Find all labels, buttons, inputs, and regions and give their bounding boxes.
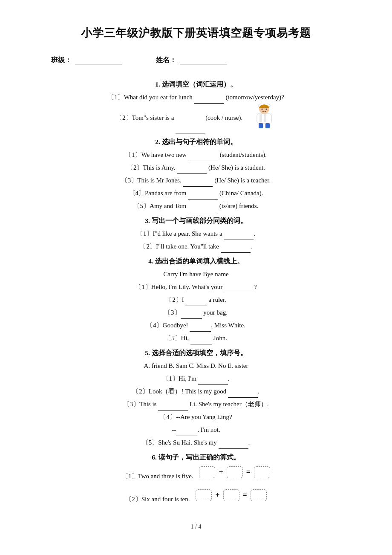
- plus-icon-1: +: [219, 464, 223, 481]
- blank-2-3: [183, 180, 213, 187]
- section2-q3: 〔3〕This is Mr Jones. (He/ She) is a teac…: [26, 174, 366, 187]
- class-label: 班级：: [51, 56, 72, 65]
- section3: 3. 写出一个与画线部分同类的词。 〔1〕I"d like a pear. Sh…: [26, 217, 366, 253]
- blank-3-1: [224, 233, 254, 240]
- blank-2-2: [177, 167, 207, 174]
- equals-icon-1: =: [246, 464, 251, 481]
- blank-5-4: [176, 429, 197, 436]
- section4-q2: 〔2〕I a ruler.: [26, 293, 366, 306]
- blank-4-2: [185, 299, 207, 306]
- section5: 5. 选择合适的选项填空，填序号。 A. friend B. Sam C. Mi…: [26, 349, 366, 449]
- math-box-2a: [196, 489, 212, 501]
- section6-q2-math: + =: [196, 487, 267, 504]
- math-box-2b: [223, 489, 239, 501]
- section3-q1: 〔1〕I"d like a pear. She wants a .: [26, 227, 366, 240]
- page-title: 小学三年级沪教版下册英语填空题专项易考题: [26, 26, 366, 40]
- section4: 4. 选出合适的单词填入横线上。 Carry I'm have Bye name…: [26, 257, 366, 344]
- blank-4-3: [181, 312, 202, 319]
- section5-options: A. friend B. Sam C. Miss D. No E. sister: [26, 359, 366, 372]
- equals-icon-2: =: [243, 487, 247, 504]
- name-underline: [180, 57, 227, 64]
- section4-wordbank: Carry I'm have Bye name: [26, 268, 366, 280]
- blank-2-5: [188, 205, 218, 212]
- class-underline: [75, 57, 122, 64]
- blank-5-2: [228, 391, 258, 398]
- section5-title: 5. 选择合适的选项填空，填序号。: [26, 349, 366, 358]
- math-box-2c: [251, 489, 267, 501]
- blank-2-4: [188, 193, 218, 199]
- blank-3-2: [221, 246, 251, 253]
- math-box-1c: [254, 466, 270, 478]
- svg-rect-2: [259, 114, 262, 122]
- blank-4-1: [224, 286, 254, 293]
- section1-q1: 〔1〕What did you eat for lunch (tomorrow/…: [26, 91, 366, 104]
- blank-2-1: [188, 154, 218, 161]
- section2-q4: 〔4〕Pandas are from (China/ Canada).: [26, 187, 366, 199]
- section2-q1: 〔1〕We have two new (student/students).: [26, 148, 366, 161]
- section1-q2: 〔2〕Tom"s sister is a (cook / nurse).: [116, 114, 244, 121]
- section2: 2. 选出与句子相符的单词。 〔1〕We have two new (stude…: [26, 138, 366, 212]
- name-label: 姓名：: [156, 56, 176, 65]
- blank-4-5: [190, 338, 212, 344]
- section4-title: 4. 选出合适的单词填入横线上。: [26, 257, 366, 266]
- chef-icon: [253, 104, 276, 129]
- section2-q2: 〔2〕This is Amy. (He/ She) is a student.: [26, 161, 366, 174]
- section1: 1. 选词填空（词汇运用）。 〔1〕What did you eat for l…: [26, 80, 366, 133]
- section2-title: 2. 选出与句子相符的单词。: [26, 138, 366, 147]
- svg-rect-5: [259, 123, 263, 128]
- section6: 6. 读句子，写出正确的算式。 〔1〕Two and three is five…: [26, 453, 366, 506]
- blank-4-4: [190, 325, 211, 332]
- section2-q5: 〔5〕Amy and Tom (is/are) friends.: [26, 199, 366, 212]
- class-field: 班级：: [51, 56, 122, 65]
- svg-point-8: [265, 109, 267, 110]
- section6-q1-math: + =: [199, 464, 270, 481]
- section5-q1: 〔1〕Hi, I'm .: [26, 372, 366, 385]
- page-footer: 1 / 4: [26, 523, 366, 530]
- blank-5-5: [219, 442, 248, 449]
- section5-q3: 〔3〕This is Li. She's my teacher（老师）.: [26, 398, 366, 410]
- section1-title: 1. 选词填空（词汇运用）。: [26, 80, 366, 89]
- section6-q2-row: 〔2〕Six and four is ten. + =: [26, 487, 366, 506]
- blank-1-2: [176, 127, 205, 133]
- section4-q3: 〔3〕 your bag.: [26, 306, 366, 319]
- section6-title: 6. 读句子，写出正确的算式。: [26, 453, 366, 462]
- section5-q2: 〔2〕Look（看）! This is my good .: [26, 385, 366, 398]
- svg-point-7: [261, 109, 262, 110]
- svg-rect-3: [264, 114, 266, 122]
- section4-q1: 〔1〕Hello, I'm Lily. What's your ?: [26, 280, 366, 293]
- plus-icon-2: +: [215, 487, 219, 504]
- svg-rect-6: [265, 123, 270, 128]
- name-field: 姓名：: [156, 56, 227, 65]
- section5-q4: 〔4〕--Are you Yang Ling?: [26, 410, 366, 423]
- section5-q4b: --, I'm not.: [26, 423, 366, 436]
- section4-q5: 〔5〕Hi, John.: [26, 332, 366, 344]
- blank-5-1: [198, 378, 228, 385]
- blank-5-3: [158, 404, 188, 410]
- section3-title: 3. 写出一个与画线部分同类的词。: [26, 217, 366, 225]
- section3-q2: 〔2〕I"ll take one. You"ll take .: [26, 240, 366, 253]
- section5-q5: 〔5〕She's Su Hai. She's my .: [26, 436, 366, 449]
- blank-1-1: [194, 97, 224, 104]
- math-box-1b: [227, 466, 243, 478]
- section6-q2-text: 〔2〕Six and four is ten.: [125, 496, 190, 503]
- form-row: 班级： 姓名：: [26, 56, 366, 65]
- section6-q1-row: 〔1〕Two and three is five. + =: [26, 464, 366, 483]
- math-box-1a: [199, 466, 215, 478]
- section6-q1-text: 〔1〕Two and three is five.: [122, 473, 193, 480]
- section4-q4: 〔4〕Goodbye! , Miss White.: [26, 319, 366, 332]
